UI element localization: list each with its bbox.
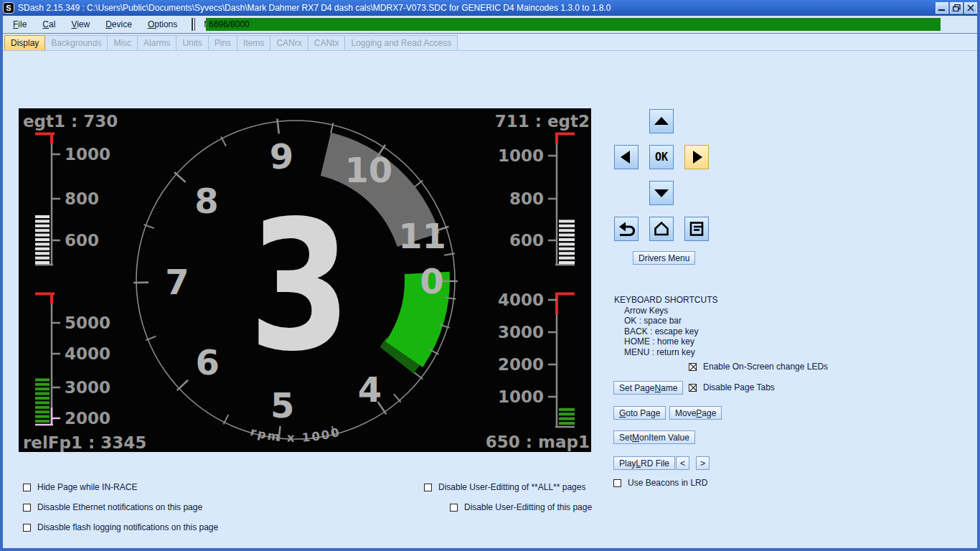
gauge-tick-label: 1000 [498, 146, 544, 165]
enable-leds-checkbox[interactable] [689, 363, 697, 371]
disable-editing-all-pages-checkbox[interactable] [424, 484, 432, 491]
gauge-bar-segment [35, 397, 50, 400]
gauge-bar-segment [35, 215, 50, 218]
menu-view[interactable]: View [64, 18, 97, 31]
close-button[interactable] [964, 2, 977, 14]
gauge-bar-segment [559, 418, 575, 420]
gauge-tick-label: 1000 [65, 145, 110, 164]
gauge-limit-marker [555, 294, 558, 314]
gauge-tick-label: 600 [509, 231, 544, 250]
gauge-limit-marker [555, 133, 575, 136]
tab-cantx[interactable]: CANtx [308, 35, 346, 51]
gauge-tick-label: 800 [65, 189, 99, 208]
menu-cal[interactable]: Cal [35, 18, 62, 31]
down-arrow-icon [653, 186, 670, 200]
menu-device[interactable]: Device [98, 18, 139, 31]
gauge-bar-segment [559, 408, 575, 411]
gear-indicator: 3 [249, 182, 352, 390]
gauge-bar-segment [559, 248, 575, 250]
shortcut-line: BACK : escape key [614, 326, 717, 337]
tab-alarms[interactable]: Alarms [138, 35, 176, 51]
hide-page-in-race-checkbox[interactable] [23, 484, 31, 491]
use-beacons-checkbox[interactable] [613, 479, 621, 487]
gauge-bar-segment [35, 242, 50, 245]
dash-preview[interactable]: 045678910113rpm x 10001000800600egt1 : 7… [19, 108, 591, 452]
set-page-name-button[interactable]: Set Page Name [613, 381, 683, 395]
tab-pins[interactable]: Pins [209, 35, 237, 51]
gauge-bar-segment [559, 225, 575, 227]
play-lrd-file-button[interactable]: Play LRD File [613, 456, 675, 470]
up-arrow-icon [653, 114, 670, 128]
dial-minor-tick [394, 394, 401, 402]
tab-misc[interactable]: Misc [108, 35, 138, 51]
gauge-bar-segment [35, 383, 50, 386]
dial-number: 9 [270, 136, 293, 176]
gauge-bar-segment [559, 234, 575, 237]
disable-editing-all-pages-row: Disable User-Editting of **ALL** pages [424, 482, 585, 492]
tab-backgrounds[interactable]: Backgrounds [45, 35, 108, 51]
minimize-button[interactable] [936, 2, 948, 14]
shortcut-line: MENU : return key [614, 347, 717, 358]
drivers-menu-button[interactable]: Drivers Menu [633, 251, 695, 265]
nav-left-button[interactable] [614, 145, 639, 169]
goto-page-button[interactable]: Goto Page [613, 406, 666, 420]
minimize-icon [938, 5, 946, 11]
gauge-bar-segment [35, 252, 50, 255]
lrd-next-button[interactable]: > [696, 456, 710, 470]
gauge-bar-segment [559, 242, 575, 245]
enable-leds-label: Enable On-Screen change LEDs [703, 362, 828, 372]
nav-home-button[interactable] [649, 217, 674, 241]
shortcuts-title: KEYBOARD SHORTCUTS [614, 295, 717, 306]
menu-list-icon [687, 220, 706, 238]
dial-number: 7 [165, 262, 189, 302]
gauge-bar-segment [559, 252, 575, 255]
nav-menu-button[interactable] [684, 217, 709, 241]
nav-up-button[interactable] [649, 109, 674, 133]
gauge-label: egt1 : 730 [23, 112, 118, 131]
set-monitem-value-button[interactable]: Set MonItem Value [613, 430, 695, 444]
dial-major-tick [177, 380, 188, 390]
gauge-bar-segment [559, 238, 575, 241]
nav-down-button[interactable] [649, 181, 674, 205]
shortcut-line: Arrow Keys [614, 306, 717, 316]
dial-unit-label: rpm x 1000 [249, 425, 343, 445]
disable-page-tabs-row: Disable Page Tabs [689, 382, 775, 392]
move-page-button[interactable]: Move Page [669, 406, 722, 420]
lrd-prev-button[interactable]: < [676, 456, 689, 470]
restore-button[interactable] [950, 2, 963, 14]
gauge-bar-segment [35, 401, 50, 404]
sdash-window: S SDash 2.15.349 : C:\Users\Public\Docum… [0, 0, 980, 551]
gauge-label: relFp1 : 3345 [23, 433, 146, 452]
disable-editing-this-page-checkbox[interactable] [450, 504, 458, 512]
nav-right-button[interactable] [684, 145, 709, 169]
disable-editing-this-page-label: Disable User-Editting of this page [464, 502, 592, 512]
tab-units[interactable]: Units [176, 35, 208, 51]
gauge-bar-segment [559, 422, 575, 425]
dial-number: 0 [420, 261, 443, 301]
disable-flash-logging-notifications-checkbox[interactable] [23, 524, 31, 532]
nav-back-button[interactable] [614, 217, 639, 241]
gauge-bar-segment [35, 415, 50, 418]
tab-display[interactable]: Display [4, 35, 45, 51]
gauge-tick-label: 4000 [65, 344, 110, 363]
gauge-bar-segment [559, 229, 575, 232]
gauge-bar-segment [35, 406, 50, 409]
gauge-limit-marker [50, 294, 53, 304]
disable-page-tabs-checkbox[interactable] [689, 384, 697, 392]
menu-file[interactable]: File [6, 18, 34, 31]
gauge-egt2: 1000800600711 : egt2 [495, 112, 590, 265]
menu-options[interactable]: Options [141, 18, 184, 31]
dial-number: 6 [195, 342, 219, 382]
tab-canrx[interactable]: CANrx [270, 35, 308, 51]
tab-logging-read-access[interactable]: Logging and Read Access [345, 35, 457, 51]
tab-items[interactable]: Items [237, 35, 270, 51]
gauge-relFp1: 5000400030002000relFp1 : 3345 [23, 293, 146, 453]
gauge-map1: 4000300020001000650 : map1 [486, 291, 590, 451]
gauge-bar-segment [35, 220, 50, 222]
gauge-tick-label: 5000 [65, 314, 110, 332]
disable-ethernet-notifications-checkbox[interactable] [23, 504, 31, 512]
menu-separator [192, 18, 195, 31]
nav-ok-button[interactable]: OK [649, 145, 674, 169]
right-arrow-icon [688, 149, 705, 165]
tab-strip: Display Backgrounds Misc Alarms Units Pi… [4, 35, 458, 51]
